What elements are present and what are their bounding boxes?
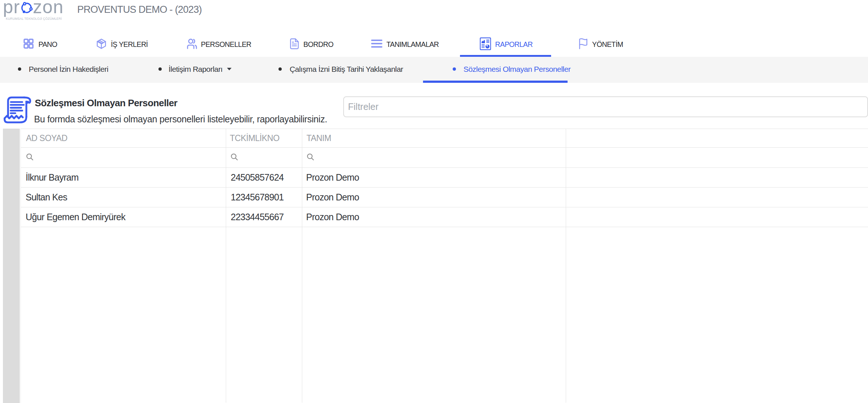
cell-ad-soyad[interactable]: Sultan Kes <box>21 188 226 207</box>
users-icon <box>187 38 198 51</box>
search-icon <box>231 153 238 162</box>
search-icon <box>307 153 314 162</box>
bullet-icon <box>158 67 162 71</box>
subnav-item-iletisim-raporlari[interactable]: İletişim Raporları <box>158 64 232 74</box>
subnav-item-label: İletişim Raporları <box>169 65 223 74</box>
logo-text-right: zon <box>33 0 64 16</box>
cell-tckimlikno[interactable]: 22334455667 <box>226 207 302 227</box>
page-description: Bu formda sözleşmesi olmayan personeller… <box>34 114 327 124</box>
nav-item-label: RAPORLAR <box>495 40 532 49</box>
nav-item-bordro[interactable]: BORDRO <box>289 37 333 52</box>
logo-text-left: pr <box>3 0 20 16</box>
nav-item-pano[interactable]: PANO <box>23 37 57 52</box>
cell-tanim[interactable]: Prozon Demo <box>302 207 566 227</box>
file-text-icon <box>289 38 299 51</box>
nav-item-raporlar[interactable]: RAPORLAR <box>480 37 532 52</box>
column-header-tckimlikno[interactable]: TCKİMLİKNO <box>226 129 302 147</box>
table-row[interactable]: İlknur Bayram 24505857624 Prozon Demo <box>21 168 868 188</box>
subnav-item-label: Sözleşmesi Olmayan Personeller <box>464 65 571 74</box>
search-icon <box>26 153 34 162</box>
nav-item-label: PANO <box>38 40 57 49</box>
table-filter-row <box>21 148 868 168</box>
nav-item-label: PERSONELLER <box>201 40 251 49</box>
filters-input[interactable] <box>343 96 868 117</box>
column-header-ad-soyad[interactable]: AD SOYAD <box>21 129 226 147</box>
app-root: pr zon KURUMSAL TEKNOLOJİ ÇÖZ <box>0 0 868 403</box>
cell-tanim[interactable]: Prozon Demo <box>302 168 566 187</box>
cell-tanim[interactable]: Prozon Demo <box>302 188 566 207</box>
nav-item-label: YÖNETİM <box>592 40 623 49</box>
subnav-item-personel-izin-hakedisleri[interactable]: Personel İzin Hakedişleri <box>18 64 108 74</box>
nav-item-yonetim[interactable]: YÖNETİM <box>578 37 623 52</box>
report-icon <box>480 37 491 52</box>
cell-ad-soyad[interactable]: İlknur Bayram <box>21 168 226 187</box>
subnav-item-sozlesmesi-olmayan[interactable]: Sözleşmesi Olmayan Personeller <box>453 64 571 74</box>
grid-icon <box>23 38 34 51</box>
logo-orbit-icon <box>20 0 33 16</box>
cell-tckimlikno[interactable]: 24505857624 <box>226 168 302 187</box>
filter-cell-ad-soyad[interactable] <box>21 148 226 167</box>
cell-empty <box>566 168 868 187</box>
cell-empty <box>566 188 868 207</box>
subnav-item-calisma-izni-bitis[interactable]: Çalışma İzni Bitiş Tarihi Yaklaşanlar <box>278 64 403 74</box>
flag-icon <box>578 38 588 51</box>
filter-cell-empty <box>566 148 868 167</box>
nav-item-is-yerleri[interactable]: İŞ YERLERİ <box>96 37 148 52</box>
chevron-down-icon <box>227 67 232 71</box>
menu-icon <box>371 39 382 49</box>
bullet-icon <box>453 67 456 71</box>
table-header-row: AD SOYAD TCKİMLİKNO TANIM <box>21 129 868 148</box>
column-header-tanim[interactable]: TANIM <box>302 129 566 147</box>
brand-logo[interactable]: pr zon KURUMSAL TEKNOLOJİ ÇÖZ <box>3 0 64 16</box>
table-empty-cell <box>566 227 868 403</box>
receipt-icon <box>4 96 31 125</box>
nav-item-label: İŞ YERLERİ <box>111 40 148 49</box>
cell-empty <box>566 207 868 227</box>
nav-item-label: TANIMLAMALAR <box>386 40 439 49</box>
column-header-empty <box>566 129 868 147</box>
subnav-item-label: Çalışma İzni Bitiş Tarihi Yaklaşanlar <box>290 65 403 74</box>
nav-item-tanimlamalar[interactable]: TANIMLAMALAR <box>371 37 439 52</box>
filter-cell-tckimlikno[interactable] <box>226 148 302 167</box>
table-left-gutter <box>3 129 20 403</box>
subnav-item-label: Personel İzin Hakedişleri <box>29 65 108 74</box>
cell-ad-soyad[interactable]: Uğur Egemen Demiryürek <box>21 207 226 227</box>
table-row[interactable]: Uğur Egemen Demiryürek 22334455667 Prozo… <box>21 207 868 227</box>
bullet-icon <box>278 67 282 71</box>
page-title: Sözleşmesi Olmayan Personeller <box>35 97 177 108</box>
active-subnav-underline <box>423 81 568 83</box>
table-empty-cell <box>302 227 566 403</box>
personnel-table: AD SOYAD TCKİMLİKNO TANIM <box>20 129 868 403</box>
table-row[interactable]: Sultan Kes 12345678901 Prozon Demo <box>21 188 868 207</box>
table-empty-area <box>21 227 868 403</box>
app-title: PROVENTUS DEMO - (2023) <box>77 4 202 15</box>
cell-tckimlikno[interactable]: 12345678901 <box>226 188 302 207</box>
bullet-icon <box>18 67 21 71</box>
package-icon <box>96 38 107 51</box>
logo-subtitle: KURUMSAL TEKNOLOJİ ÇÖZÜMLERİ <box>6 17 62 21</box>
filter-cell-tanim[interactable] <box>302 148 566 167</box>
table-empty-cell <box>21 227 226 403</box>
nav-item-personeller[interactable]: PERSONELLER <box>187 37 251 52</box>
reports-subnav <box>0 57 868 83</box>
table-empty-cell <box>226 227 302 403</box>
nav-item-label: BORDRO <box>303 40 333 49</box>
